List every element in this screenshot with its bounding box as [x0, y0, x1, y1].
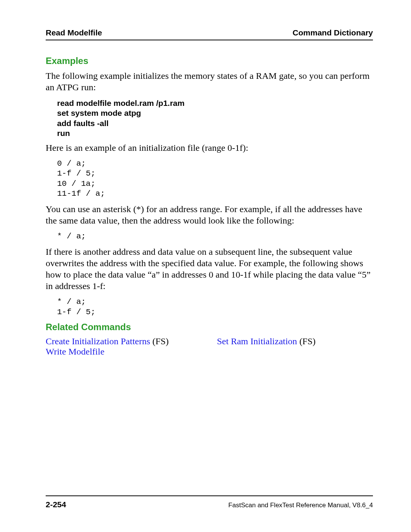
code-init-file: 0 / a; 1-f / 5; 10 / 1a; 11-1f / a;	[57, 159, 373, 199]
related-commands: Create Initialization Patterns (FS) Writ…	[46, 336, 373, 357]
footer-page-number: 2-254	[46, 500, 66, 509]
link-suffix: (FS)	[150, 336, 169, 346]
para-asterisk: You can use an asterisk (*) for an addre…	[46, 203, 373, 226]
para-overwrite: If there is another address and data val…	[46, 246, 373, 292]
link-write-modelfile[interactable]: Write Modelfile	[46, 347, 104, 356]
related-item: Create Initialization Patterns (FS)	[46, 336, 202, 347]
related-item: Write Modelfile	[46, 347, 202, 357]
code-overwrite: * / a; 1-f / 5;	[57, 297, 373, 317]
page-content: Read Modelfile Command Dictionary Exampl…	[0, 0, 411, 357]
section-examples-title: Examples	[46, 56, 373, 66]
page-footer: 2-254 FastScan and FlexTest Reference Ma…	[46, 495, 373, 509]
header-right: Command Dictionary	[293, 28, 373, 37]
related-col-right: Set Ram Initialization (FS)	[217, 336, 373, 357]
para-init-file: Here is an example of an initialization …	[46, 142, 373, 153]
footer-doc-title: FastScan and FlexTest Reference Manual, …	[228, 502, 373, 509]
related-col-left: Create Initialization Patterns (FS) Writ…	[46, 336, 202, 357]
code-asterisk: * / a;	[57, 232, 373, 241]
related-item: Set Ram Initialization (FS)	[217, 336, 373, 347]
running-header: Read Modelfile Command Dictionary	[46, 28, 373, 40]
section-related-title: Related Commands	[46, 322, 373, 332]
link-create-init-patterns[interactable]: Create Initialization Patterns	[46, 336, 150, 346]
link-set-ram-init[interactable]: Set Ram Initialization	[217, 336, 297, 346]
header-left: Read Modelfile	[46, 28, 102, 37]
para-intro: The following example initializes the me…	[46, 70, 373, 93]
link-suffix: (FS)	[297, 336, 316, 346]
command-block: read modelfile model.ram /p1.ram set sys…	[57, 98, 373, 138]
